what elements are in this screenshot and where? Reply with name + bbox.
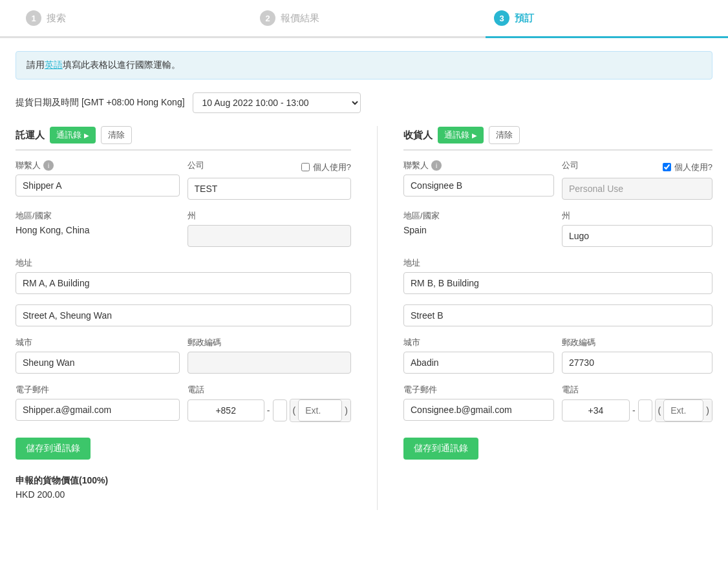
main-content: 請用英語填寫此表格以進行國際運輸。 提貨日期及時間 [GMT +08:00 Ho… [0, 38, 728, 523]
shipper-region-value: Hong Kong, China [16, 225, 89, 235]
consignee-phone-ext-wrapper: ( ) [655, 399, 712, 422]
shipper-state-label: 州 [187, 210, 352, 222]
consignee-ext-close: ) [703, 400, 712, 421]
shipper-email-field: 電子郵件 [16, 384, 180, 422]
consignee-personal-use-text: 個人使用? [674, 162, 712, 173]
step-number-3: 3 [494, 10, 509, 26]
consignee-region-value: Spain [403, 225, 427, 235]
consignee-region-row: 地區/國家 Spain 州 [403, 210, 712, 247]
consignee-email-label: 電子郵件 [403, 384, 554, 396]
shipper-phone-label: 電話 [187, 384, 352, 396]
shipper-contact-label: 聯繫人 i [16, 160, 180, 171]
declared-value-amount: HKD 200.00 [16, 489, 351, 500]
consignee-contact-label: 聯繫人 i [403, 160, 554, 171]
step-label-search: 搜索 [47, 12, 66, 25]
shipper-state-input[interactable] [187, 225, 352, 247]
consignee-email-input[interactable] [403, 399, 554, 421]
consignee-personal-use-checkbox[interactable] [663, 163, 671, 171]
consignee-company-field: 公司 個人使用? [562, 160, 712, 200]
shipper-section: 託運人 通訊錄 清除 聯繫人 i 公司 [16, 126, 351, 510]
consignee-city-field: 城市 [403, 337, 554, 374]
shipper-contact-input[interactable] [16, 175, 180, 197]
consignee-contact-input[interactable] [403, 175, 554, 197]
shipper-phone-code[interactable] [187, 399, 264, 421]
consignee-contacts-btn[interactable]: 通訊錄 [438, 127, 484, 143]
consignee-contact-info-icon[interactable]: i [431, 160, 442, 171]
shipper-city-field: 城市 [16, 337, 180, 374]
step-number-1: 1 [26, 10, 41, 26]
shipper-postal-input[interactable] [187, 352, 352, 374]
shipper-personal-use-checkbox[interactable] [301, 163, 310, 171]
consignee-address-section: 地址 [403, 257, 712, 326]
consignee-postal-label: 郵政編碼 [562, 337, 712, 348]
consignee-save-btn[interactable]: 儲存到通訊錄 [403, 438, 478, 460]
shipper-address-label: 地址 [16, 257, 351, 269]
notice-text-before: 請用 [27, 59, 45, 70]
consignee-header: 收貨人 通訊錄 清除 [403, 126, 712, 151]
step-number-2: 2 [260, 10, 275, 26]
consignee-title: 收貨人 [403, 129, 433, 142]
shipper-phone-row: - ( ) [187, 399, 352, 422]
shipper-state-field: 州 [187, 210, 352, 247]
consignee-contact-company-row: 聯繫人 i 公司 個人使用? [403, 160, 712, 200]
consignee-company-label: 公司 [562, 160, 579, 171]
shipper-phone-ext[interactable] [298, 399, 342, 421]
shipper-ext-close: ) [342, 400, 350, 421]
shipper-region-label: 地區/國家 [16, 210, 180, 222]
shipper-title: 託運人 [16, 129, 45, 142]
step-label-booking: 預訂 [515, 12, 534, 25]
shipper-email-label: 電子郵件 [16, 384, 180, 396]
shipper-save-btn[interactable]: 儲存到通訊錄 [16, 438, 91, 460]
consignee-ext-open: ( [656, 400, 664, 421]
shipper-address2-input[interactable] [16, 304, 351, 326]
shipper-personal-use-label[interactable]: 個人使用? [301, 162, 351, 173]
two-col-layout: 託運人 通訊錄 清除 聯繫人 i 公司 [16, 126, 712, 510]
shipper-region-field: 地區/國家 Hong Kong, China [16, 210, 180, 247]
consignee-postal-input[interactable] [562, 352, 712, 374]
shipper-company-label: 公司 [187, 160, 204, 171]
shipper-phone-dash: - [267, 405, 270, 416]
consignee-state-input[interactable] [562, 225, 712, 247]
shipper-city-postal-row: 城市 郵政編碼 [16, 337, 351, 374]
shipper-phone-field: 電話 - ( ) [187, 384, 352, 422]
step-search[interactable]: 1 搜索 [13, 0, 247, 36]
shipper-contacts-btn[interactable]: 通訊錄 [50, 127, 96, 143]
pickup-row: 提貨日期及時間 [GMT +08:00 Hong Kong] 10 Aug 20… [16, 92, 712, 113]
shipper-company-label-row: 公司 個人使用? [187, 160, 352, 175]
shipper-phone-main[interactable] [273, 399, 287, 421]
consignee-personal-use-label[interactable]: 個人使用? [663, 162, 712, 173]
consignee-contact-field: 聯繫人 i [403, 160, 554, 200]
consignee-phone-code[interactable] [562, 399, 630, 421]
consignee-company-label-row: 公司 個人使用? [562, 160, 712, 175]
shipper-ext-open: ( [290, 400, 299, 421]
consignee-address-label: 地址 [403, 257, 712, 269]
shipper-postal-field: 郵政編碼 [187, 337, 352, 374]
shipper-company-input[interactable] [187, 178, 352, 200]
notice-link[interactable]: 英語 [45, 59, 63, 70]
page-container: 1 搜索 2 報價結果 3 預訂 請用英語填寫此表格以進行國際運輸。 提貨日期及… [0, 0, 728, 563]
consignee-company-input[interactable] [562, 178, 712, 200]
consignee-phone-label: 電話 [562, 384, 712, 396]
shipper-email-input[interactable] [16, 399, 180, 421]
consignee-address2-input[interactable] [403, 304, 712, 326]
consignee-city-input[interactable] [403, 352, 554, 374]
consignee-clear-btn[interactable]: 清除 [489, 126, 520, 144]
declared-value-label: 申報的貨物價值(100%) [16, 475, 351, 487]
consignee-address1-input[interactable] [403, 272, 712, 294]
shipper-personal-use-text: 個人使用? [313, 162, 351, 173]
notice-text-after: 填寫此表格以進行國際運輸。 [63, 59, 180, 70]
pickup-select[interactable]: 10 Aug 2022 10:00 - 13:00 [193, 92, 361, 113]
consignee-region-label: 地區/國家 [403, 210, 554, 222]
step-booking[interactable]: 3 預訂 [481, 0, 715, 36]
consignee-postal-field: 郵政編碼 [562, 337, 712, 374]
shipper-contact-info-icon[interactable]: i [43, 160, 54, 171]
consignee-email-phone-row: 電子郵件 電話 - ( ) [403, 384, 712, 422]
consignee-phone-main[interactable] [638, 399, 652, 421]
shipper-company-field: 公司 個人使用? [187, 160, 352, 200]
shipper-address1-input[interactable] [16, 272, 351, 294]
consignee-phone-ext[interactable] [663, 399, 703, 421]
shipper-city-input[interactable] [16, 352, 180, 374]
step-quote[interactable]: 2 報價結果 [247, 0, 481, 36]
shipper-clear-btn[interactable]: 清除 [101, 126, 132, 144]
consignee-email-field: 電子郵件 [403, 384, 554, 422]
